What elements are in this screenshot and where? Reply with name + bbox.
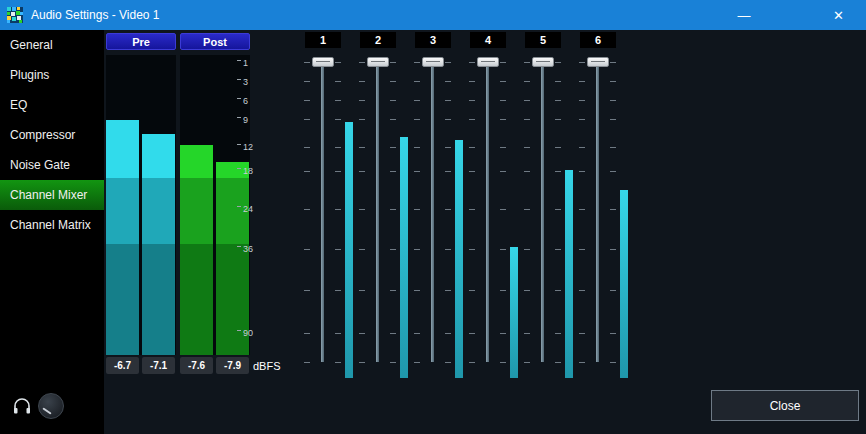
fader-tick [610,209,616,210]
pre-meter-bar-1 [142,134,175,355]
fader-tick [469,81,475,82]
fader-tick [335,147,341,148]
channel-1-fader-track[interactable] [321,60,324,362]
fader-tick [500,62,506,63]
pre-meter-label: Pre [106,33,176,50]
fader-tick [414,100,420,101]
fader-tick [579,62,585,63]
fader-tick [335,62,341,63]
fader-tick [524,100,530,101]
fader-tick [414,147,420,148]
channel-4-fader-handle[interactable] [477,57,499,67]
minimize-icon: — [738,8,751,23]
fader-tick [555,81,561,82]
fader-tick [579,147,585,148]
channel-2-fader-track[interactable] [376,60,379,362]
titlebar-close-button[interactable]: ✕ [811,0,866,30]
fader-tick [335,171,341,172]
fader-tick [579,290,585,291]
fader-tick [555,249,561,250]
channel-3-fader-handle[interactable] [422,57,444,67]
fader-tick [500,171,506,172]
fader-tick [500,100,506,101]
fader-tick [555,147,561,148]
fader-tick [390,62,396,63]
sidebar-item-channel-mixer[interactable]: Channel Mixer [0,180,104,210]
fader-tick [445,62,451,63]
post-right-value: -7.9 [216,357,249,374]
fader-tick [555,62,561,63]
scale-tick-18: 18 [237,166,253,176]
channel-1-label: 1 [305,32,341,48]
sidebar-item-noise-gate[interactable]: Noise Gate [0,150,104,180]
channel-6-level-meter [620,190,628,378]
fader-tick [414,62,420,63]
fader-tick [390,249,396,250]
channel-5-fader-track[interactable] [541,60,544,362]
channel-2-fader-handle[interactable] [367,57,389,67]
scale-tick-3: 3 [237,77,248,87]
close-button[interactable]: Close [711,390,859,421]
channel-2-label: 2 [360,32,396,48]
channel-column-2: 2 [348,30,408,380]
headphones-icon[interactable] [12,397,32,415]
fader-tick [335,209,341,210]
fader-tick [304,362,310,363]
channel-4-fader-track[interactable] [486,60,489,362]
fader-tick [304,171,310,172]
fader-tick [414,249,420,250]
channel-3-fader-track[interactable] [431,60,434,362]
channel-5-fader-handle[interactable] [532,57,554,67]
scale-tick-90: 90 [237,328,253,338]
sidebar-item-channel-matrix[interactable]: Channel Matrix [0,210,104,240]
fader-tick [359,81,365,82]
sidebar-item-compressor[interactable]: Compressor [0,120,104,150]
pre-right-value: -7.1 [142,357,175,374]
titlebar: Audio Settings - Video 1 — ✕ [0,0,866,30]
fader-tick [414,362,420,363]
fader-tick [524,62,530,63]
channel-4-label: 4 [470,32,506,48]
fader-tick [335,362,341,363]
fader-tick [414,171,420,172]
channel-5-label: 5 [525,32,561,48]
scale-tick-1: 1 [237,58,248,68]
fader-tick [469,100,475,101]
pre-left-value: -6.7 [106,357,139,374]
channel-1-fader-handle[interactable] [312,57,334,67]
sidebar-item-general[interactable]: General [0,30,104,60]
fader-tick [579,209,585,210]
knob-needle [42,407,51,414]
fader-tick [359,333,365,334]
fader-tick [469,333,475,334]
fader-tick [610,119,616,120]
fader-tick [469,290,475,291]
scale-tick-12: 12 [237,142,253,152]
fader-tick [445,81,451,82]
fader-tick [579,100,585,101]
fader-tick [500,119,506,120]
fader-tick [390,119,396,120]
minimize-button[interactable]: — [721,0,767,30]
fader-tick [500,290,506,291]
fader-tick [469,249,475,250]
fader-tick [414,290,420,291]
fader-tick [610,290,616,291]
sidebar-item-eq[interactable]: EQ [0,90,104,120]
post-left-value: -7.6 [180,357,213,374]
channel-6-fader-track[interactable] [596,60,599,362]
fader-tick [524,249,530,250]
fader-tick [579,171,585,172]
fader-tick [610,81,616,82]
fader-tick [555,100,561,101]
channel-6-fader-handle[interactable] [587,57,609,67]
headphone-volume-knob[interactable] [38,393,64,419]
fader-tick [469,362,475,363]
channel-column-3: 3 [403,30,463,380]
fader-tick [359,209,365,210]
sidebar-item-plugins[interactable]: Plugins [0,60,104,90]
fader-tick [359,362,365,363]
fader-tick [445,333,451,334]
pre-meter-well [106,55,176,355]
fader-tick [500,147,506,148]
